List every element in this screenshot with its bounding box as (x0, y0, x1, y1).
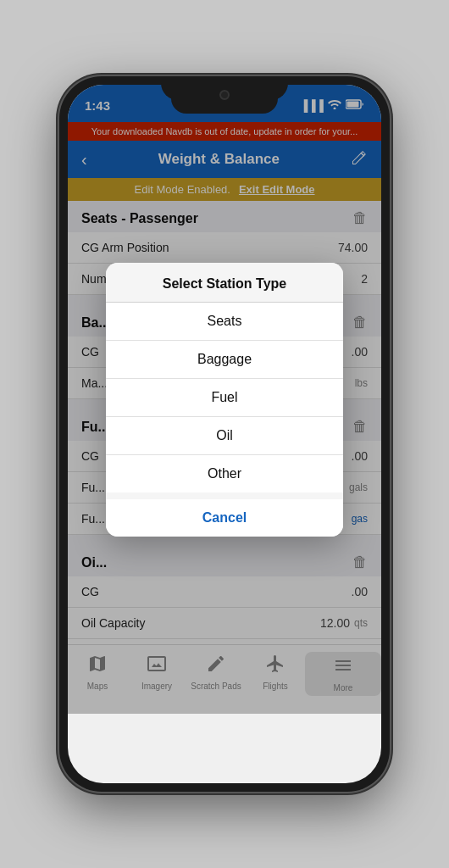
camera (219, 90, 230, 100)
modal-title: Select Station Type (106, 263, 343, 302)
screen-body: 1:43 ▐▐▐ (68, 85, 381, 714)
modal-option-baggage[interactable]: Baggage (106, 341, 343, 379)
phone-screen: 1:43 ▐▐▐ (68, 85, 381, 783)
modal-cancel-button[interactable]: Cancel (106, 499, 343, 537)
select-station-modal: Select Station Type Seats Baggage Fuel O… (106, 263, 343, 537)
modal-overlay[interactable]: Select Station Type Seats Baggage Fuel O… (68, 85, 381, 714)
modal-option-fuel[interactable]: Fuel (106, 379, 343, 417)
modal-option-seats[interactable]: Seats (106, 303, 343, 341)
phone-frame: 1:43 ▐▐▐ (59, 76, 390, 792)
modal-option-other[interactable]: Other (106, 455, 343, 492)
modal-option-oil[interactable]: Oil (106, 417, 343, 455)
phone-outer: 1:43 ▐▐▐ (0, 0, 449, 868)
